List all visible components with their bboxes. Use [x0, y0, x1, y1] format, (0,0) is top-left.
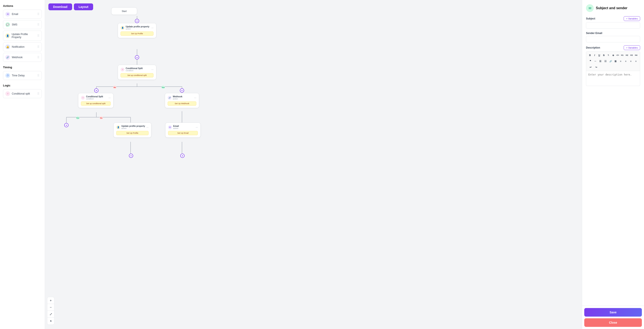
rich-link[interactable]: ⊕	[611, 53, 615, 58]
rich-strike[interactable]: S	[602, 53, 606, 58]
plus-btn-node6[interactable]: +	[180, 154, 184, 158]
zoom-in-button[interactable]: +	[47, 297, 54, 304]
node5-menu[interactable]: ···	[146, 126, 148, 129]
node4-menu[interactable]: ···	[194, 96, 196, 99]
sidebar-icon-update-profile: 👤	[5, 33, 10, 38]
rich-bold[interactable]: B	[588, 53, 592, 58]
description-variables-button[interactable]: + Variables	[624, 45, 640, 50]
node-conditional-split-2: ⑂ Conditional Split condition ··· Set up…	[78, 93, 114, 108]
download-button[interactable]: Download	[48, 3, 72, 10]
node4-setup-btn[interactable]: Set Up Webhook	[168, 101, 196, 106]
rich-ul[interactable]: ☰	[598, 59, 603, 64]
toolbar: Download Layout	[48, 3, 93, 10]
node1-setup-btn[interactable]: Set Up Profile	[120, 31, 154, 36]
sidebar-item-update-profile[interactable]: 👤 Update Profile Property ⠿	[3, 30, 42, 41]
node3-menu[interactable]: ···	[108, 96, 111, 99]
subject-variables-button[interactable]: + Variables	[624, 16, 640, 21]
close-button[interactable]: Close	[584, 318, 642, 327]
rich-ol[interactable]: ☷	[603, 59, 608, 64]
rich-text-toolbar: B I U S T. ⊕ </> H1 H2 H3 H4 ❝ ··· ☰ ☷ 🔗…	[586, 51, 640, 71]
sidebar-drag-email: ⠿	[37, 12, 40, 16]
sender-email-label: Sender Email	[586, 32, 640, 35]
sidebar-item-notification[interactable]: 🔔 Notification ⠿	[3, 42, 42, 51]
subject-input[interactable]	[586, 22, 640, 29]
sidebar-label-notification: Notification	[12, 45, 24, 48]
rich-align-left[interactable]: ≡	[618, 59, 623, 64]
rich-t[interactable]: T.	[606, 53, 610, 58]
sidebar-label-sms: SMS	[12, 23, 17, 26]
rich-h2[interactable]: H2	[625, 53, 629, 58]
badge-yes-2: Yes	[76, 116, 80, 120]
node-icon-email-1: ✉	[168, 125, 172, 129]
rich-code[interactable]: </>	[616, 53, 620, 58]
node3-setup-btn[interactable]: Set up conditional split	[81, 101, 111, 106]
node-icon-profile-2: 👤	[116, 125, 120, 129]
sidebar-label-time-delay: Time Delay	[12, 74, 24, 77]
sidebar-timing-list: ⏱ Time Delay ⠿	[3, 71, 42, 80]
rich-align-right[interactable]: ≡	[628, 59, 633, 64]
sidebar-item-time-delay[interactable]: ⏱ Time Delay ⠿	[3, 71, 42, 80]
save-button[interactable]: Save	[584, 308, 642, 317]
rich-redo[interactable]: ↪	[594, 65, 598, 70]
node-start: Start	[111, 7, 137, 15]
zoom-controls: + − ⤢ ⚑	[47, 297, 54, 325]
node6-setup-btn[interactable]: Set Up Email	[168, 131, 198, 135]
panel-header-title: Subject and sender	[596, 6, 628, 10]
canvas-area: Download Layout	[45, 0, 582, 329]
flow-lines-svg	[45, 0, 582, 329]
sidebar-label-update-profile: Update Profile Property	[12, 33, 37, 39]
rich-h1[interactable]: H1	[620, 53, 624, 58]
sidebar-item-webhook[interactable]: 🔗 Webhook ⠿	[3, 53, 42, 62]
badge-yes-1: Yes	[162, 86, 165, 89]
zoom-reset-button[interactable]: ⚑	[47, 318, 54, 325]
sidebar-section-timing: Timing	[3, 66, 42, 69]
sidebar-item-sms[interactable]: 💬 SMS ⠿	[3, 20, 42, 29]
plus-btn-left[interactable]: +	[94, 88, 98, 93]
zoom-fit-button[interactable]: ⤢	[47, 311, 54, 318]
sidebar-drag-update-profile: ⠿	[37, 34, 40, 37]
node-update-profile-1: 👤 Update profile property action ··· Set…	[118, 23, 156, 38]
sidebar-item-email[interactable]: ✉ Email ⠿	[3, 10, 42, 18]
sidebar-actions-list: ✉ Email ⠿ 💬 SMS ⠿ 👤 Update Profile Prope…	[3, 10, 42, 62]
plus-btn-far-left[interactable]: +	[64, 123, 68, 127]
sidebar-section-actions: Actions	[3, 4, 42, 7]
sidebar-label-webhook: Webhook	[12, 56, 22, 59]
panel-header-icon: ✉	[586, 4, 594, 12]
node6-menu[interactable]: ···	[196, 126, 198, 129]
rich-blockquote[interactable]: ❝	[588, 59, 592, 64]
node1-menu[interactable]: ···	[151, 26, 154, 29]
node2-setup-btn[interactable]: Set up conditional split	[120, 73, 154, 77]
sidebar-drag-sms: ⠿	[37, 23, 40, 26]
right-panel: ✉ Subject and sender Subject + Variables…	[582, 0, 644, 329]
badge-no-1: No	[113, 86, 116, 89]
rich-align-center[interactable]: ≡	[624, 59, 628, 64]
rich-unlink[interactable]: ⛓	[614, 59, 618, 64]
plus-btn-right[interactable]: +	[180, 88, 184, 93]
plus-btn-2[interactable]: +	[135, 55, 139, 59]
rich-h3[interactable]: H3	[630, 53, 634, 58]
rich-undo[interactable]: ↩	[588, 65, 593, 70]
rich-ellipsis[interactable]: ···	[593, 59, 598, 64]
plus-btn-node5[interactable]: +	[129, 154, 133, 158]
sidebar-icon-conditional-split: ⑂	[5, 91, 10, 96]
plus-btn-1[interactable]: +	[135, 19, 139, 23]
sidebar-item-conditional-split[interactable]: ⑂ Conditional split ⠿	[3, 89, 42, 98]
rich-italic[interactable]: I	[592, 53, 597, 58]
node-email-1: ✉ Email action ··· Set Up Email	[165, 123, 200, 138]
node2-menu[interactable]: ···	[151, 68, 154, 71]
layout-button[interactable]: Layout	[74, 3, 93, 10]
flow-canvas: Start + 👤 Update profile property action…	[45, 0, 582, 329]
zoom-out-button[interactable]: −	[47, 304, 54, 311]
sidebar-section-logic: Logic	[3, 84, 42, 87]
rich-align-justify[interactable]: ≡	[634, 59, 638, 64]
sidebar-label-email: Email	[12, 13, 18, 16]
badge-no-2: No	[100, 116, 103, 120]
rich-h4[interactable]: H4	[634, 53, 638, 58]
subject-field-label: Subject + Variables	[586, 16, 640, 21]
node-update-profile-2: 👤 Update profile property action ··· Set…	[114, 123, 151, 138]
rich-link2[interactable]: 🔗	[608, 59, 613, 64]
description-textarea[interactable]	[586, 71, 640, 86]
node5-setup-btn[interactable]: Set Up Profile	[116, 131, 148, 135]
rich-underline[interactable]: U	[597, 53, 602, 58]
sender-email-input[interactable]	[586, 36, 640, 42]
